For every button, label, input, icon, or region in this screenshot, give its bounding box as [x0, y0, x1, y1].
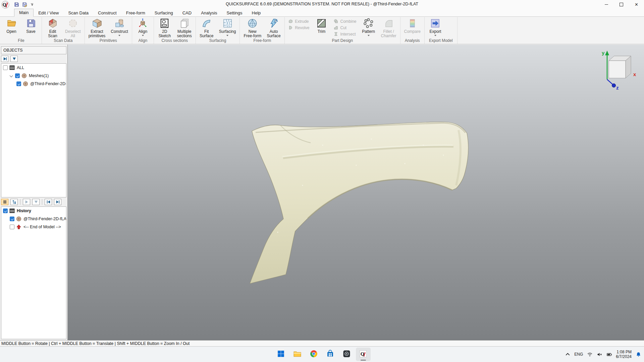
visibility-checkbox[interactable] [15, 73, 20, 78]
save-as-icon[interactable] [21, 1, 28, 7]
clock[interactable]: 1:08 PM 6/7/2024 [616, 350, 632, 359]
tree-row-history[interactable]: History [1, 207, 66, 215]
customize-quick-access-icon[interactable] [31, 3, 33, 6]
ribbon-button-auto-surface[interactable]: AAutoSurface [264, 17, 283, 38]
visibility-checkbox[interactable] [16, 81, 21, 86]
open-icon [6, 18, 17, 28]
ribbon-button-export[interactable]: Export [426, 17, 445, 36]
tree-row-third-fender-2d-flat[interactable]: @Third-Fender-2D-fLAT [1, 215, 66, 223]
taskbar-button-dark-app[interactable] [339, 348, 354, 361]
tree-row-end-of-model[interactable]: <-- End of Model --> [1, 223, 66, 231]
minimize-button[interactable] [599, 0, 614, 9]
expand-item-button[interactable] [1, 56, 8, 62]
tab-free-form[interactable]: Free-form [121, 9, 150, 17]
ribbon-button-surfacing[interactable]: Surfacing [216, 17, 239, 36]
save-icon[interactable] [13, 1, 19, 7]
ribbon-button-label: Surfacing [219, 29, 236, 34]
ribbon-button-open[interactable]: Open [2, 17, 21, 34]
maximize-button[interactable] [614, 0, 629, 9]
ribbon-button-label: EditScan [48, 29, 57, 38]
ribbon-button-2d-sketch[interactable]: 2DSketch [155, 17, 174, 38]
tree-row-third-fender-2d-fla[interactable]: @Third-Fender-2D-fLA [1, 80, 66, 88]
skip-to-end-button[interactable] [54, 199, 61, 205]
skip-to-start-button[interactable] [45, 199, 52, 205]
language-indicator[interactable]: ENG [574, 352, 583, 357]
axis-x-label: x [633, 71, 636, 77]
align-icon [138, 18, 148, 28]
tree-view-button[interactable] [10, 199, 18, 205]
ribbon-button-label: Combine [340, 19, 356, 24]
ribbon-button-save[interactable]: Save [21, 17, 41, 34]
ribbon-button-multiple-sections[interactable]: Multiplesections [174, 17, 195, 38]
construct-icon [114, 18, 125, 28]
trim-icon [316, 18, 327, 28]
notification-bell-icon[interactable] [635, 351, 641, 357]
ribbon-button-label: Cut [340, 25, 346, 30]
visibility-checkbox[interactable] [3, 208, 8, 213]
quicksurface-icon: Q [359, 350, 367, 359]
filter-history-button[interactable] [32, 199, 40, 205]
ribbon-button-label: NewFree-form [244, 29, 261, 38]
tab-surfacing[interactable]: Surfacing [150, 9, 178, 17]
menu-tab-bar: MainEdit / ViewScan DataConstructFree-fo… [0, 9, 644, 17]
taskbar-button-microsoft-store[interactable] [323, 348, 338, 361]
ribbon-button-extract-primitives[interactable]: Extractprimitives [86, 17, 108, 38]
ribbon-button-fit-surface[interactable]: FitSurface [197, 17, 216, 38]
tree-row-meshes-1[interactable]: Meshes(1) [1, 72, 66, 80]
visibility-checkbox[interactable] [10, 225, 14, 229]
ribbon-button-align[interactable]: Align [133, 17, 153, 36]
battery-icon[interactable] [606, 351, 612, 357]
list-view-button[interactable] [1, 199, 8, 205]
orientation-triad[interactable]: y x z [597, 47, 644, 98]
fender-mesh-model[interactable] [68, 45, 644, 340]
ribbon-group-surfacing: FitSurfaceSurfacingSurfacing [196, 17, 240, 44]
ribbon-group-part-design: ExtrudeRevolveTrimCombineCutIntersectPat… [285, 17, 400, 44]
tab-cad[interactable]: CAD [178, 9, 196, 17]
play-history-button[interactable] [23, 199, 30, 205]
svg-text:Q: Q [361, 351, 364, 357]
taskbar-button-start[interactable] [274, 348, 288, 361]
wifi-icon[interactable] [587, 351, 593, 357]
tree-row-all[interactable]: ALL [1, 64, 66, 72]
viewport-3d[interactable]: y x z [68, 45, 644, 340]
ribbon-button-label: Compare [404, 29, 421, 34]
tab-construct[interactable]: Construct [93, 9, 121, 17]
ribbon-group-label: File [2, 38, 41, 44]
tab-main[interactable]: Main [14, 9, 34, 17]
ribbon-button-label: 2DSketch [158, 29, 171, 38]
tab-edit-view[interactable]: Edit / View [34, 9, 63, 17]
ribbon-group-cross-sections: 2DSketchMultiplesectionsCross sections [154, 17, 196, 44]
ribbon-button-pattern[interactable]: Pattern [359, 17, 378, 36]
ribbon-group-label: Align [133, 38, 153, 44]
visibility-checkbox[interactable] [10, 217, 14, 221]
taskbar-button-file-explorer[interactable] [290, 348, 305, 361]
taskbar-button-chrome[interactable] [307, 348, 321, 361]
ribbon-button-edit-scan[interactable]: EditScan [43, 17, 62, 38]
cut-icon [333, 25, 338, 30]
history-toolbar [1, 199, 66, 205]
tab-scan-data[interactable]: Scan Data [63, 9, 93, 17]
ribbon-button-label: Extrude [295, 19, 309, 24]
tab-help[interactable]: Help [247, 9, 266, 17]
filter-down-button[interactable] [10, 56, 18, 62]
tree-item-label: History [17, 208, 31, 213]
ribbon-button-construct[interactable]: Construct [108, 17, 130, 36]
volume-mute-icon[interactable] [596, 351, 602, 357]
tree-item-label: ALL [17, 65, 24, 70]
extrude-icon [288, 19, 293, 24]
close-button[interactable]: ✕ [629, 0, 644, 9]
ribbon-button-combine: Combine [332, 18, 357, 24]
ribbon-button-cut: Cut [332, 25, 357, 31]
tab-settings[interactable]: Settings [222, 9, 247, 17]
ribbon-button-trim[interactable]: Trim [312, 17, 331, 34]
ribbon-group-scan-data: EditScanDeselectAllScan Data [42, 17, 85, 44]
visibility-checkbox[interactable] [3, 65, 8, 70]
surfacing-icon [222, 18, 233, 28]
app-logo-icon: Q [1, 1, 9, 9]
chevron-down-icon[interactable] [10, 74, 13, 77]
tray-expand-icon[interactable] [565, 351, 571, 357]
tab-analysis[interactable]: Analysis [196, 9, 222, 17]
ribbon-button-new-free-form[interactable]: NewFree-form [241, 17, 264, 38]
taskbar-button-quicksurface[interactable]: Q [356, 348, 371, 361]
quicksurface-window: Q QUICKSURFACE 6.0.69 (DEMONSTRATION SYS… [0, 0, 644, 362]
